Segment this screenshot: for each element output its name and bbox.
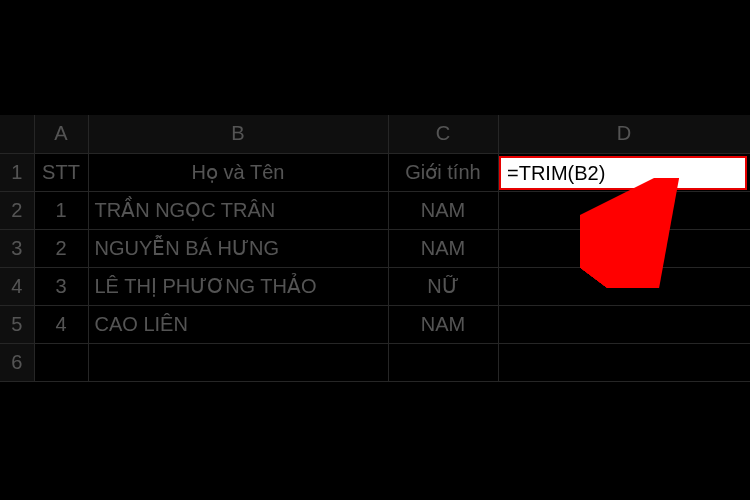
cell-C2[interactable]: NAM <box>388 191 498 229</box>
table-row: 2 1 TRẦN NGỌC TRÂN NAM <box>0 191 750 229</box>
col-header-D[interactable]: D <box>498 115 750 153</box>
row-header-3[interactable]: 3 <box>0 229 34 267</box>
column-header-row: A B C D <box>0 115 750 153</box>
row-header-4[interactable]: 4 <box>0 267 34 305</box>
row-header-6[interactable]: 6 <box>0 343 34 381</box>
col-header-B[interactable]: B <box>88 115 388 153</box>
cell-D6[interactable] <box>498 343 750 381</box>
cell-B5[interactable]: CAO LIÊN <box>88 305 388 343</box>
cell-C4[interactable]: NỮ <box>388 267 498 305</box>
cell-A6[interactable] <box>34 343 88 381</box>
cell-A4[interactable]: 3 <box>34 267 88 305</box>
row-header-1[interactable]: 1 <box>0 153 34 191</box>
cell-C5[interactable]: NAM <box>388 305 498 343</box>
cell-D4[interactable] <box>498 267 750 305</box>
table-row: 6 <box>0 343 750 381</box>
cell-C6[interactable] <box>388 343 498 381</box>
select-all-corner[interactable] <box>0 115 34 153</box>
table-row: 4 3 LÊ THỊ PHƯƠNG THẢO NỮ <box>0 267 750 305</box>
cell-D3[interactable] <box>498 229 750 267</box>
cell-A5[interactable]: 4 <box>34 305 88 343</box>
col-header-C[interactable]: C <box>388 115 498 153</box>
cell-D5[interactable] <box>498 305 750 343</box>
row-header-2[interactable]: 2 <box>0 191 34 229</box>
table-row: 5 4 CAO LIÊN NAM <box>0 305 750 343</box>
formula-input[interactable]: =TRIM(B2) <box>499 156 747 190</box>
table-row: 3 2 NGUYỄN BÁ HƯNG NAM <box>0 229 750 267</box>
cell-B1[interactable]: Họ và Tên <box>88 153 388 191</box>
cell-C3[interactable]: NAM <box>388 229 498 267</box>
col-header-A[interactable]: A <box>34 115 88 153</box>
cell-B6[interactable] <box>88 343 388 381</box>
cell-B4[interactable]: LÊ THỊ PHƯƠNG THẢO <box>88 267 388 305</box>
cell-A1[interactable]: STT <box>34 153 88 191</box>
cell-D2[interactable] <box>498 191 750 229</box>
cell-A2[interactable]: 1 <box>34 191 88 229</box>
cell-B2[interactable]: TRẦN NGỌC TRÂN <box>88 191 388 229</box>
cell-A3[interactable]: 2 <box>34 229 88 267</box>
cell-B3[interactable]: NGUYỄN BÁ HƯNG <box>88 229 388 267</box>
cell-C1[interactable]: Giới tính <box>388 153 498 191</box>
row-header-5[interactable]: 5 <box>0 305 34 343</box>
active-cell-highlight: =TRIM(B2) <box>498 155 748 191</box>
